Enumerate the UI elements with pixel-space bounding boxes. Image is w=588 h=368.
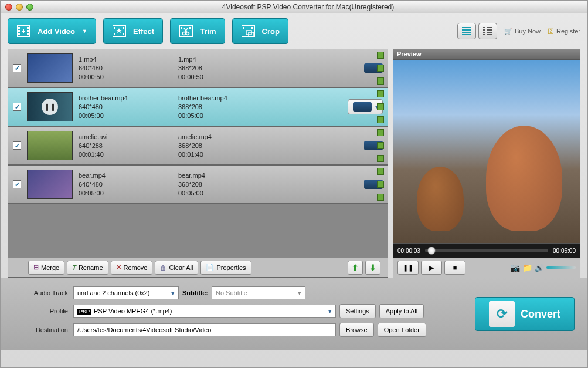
trim-label: Trim xyxy=(200,27,216,36)
file-row[interactable]: ✓❚❚brother bear.mp4640*48000:05:00brothe… xyxy=(8,88,388,127)
output-info: bear.mp4368*20800:05:00 xyxy=(178,171,272,198)
titlebar: 4Videosoft PSP Video Converter for Mac(U… xyxy=(1,1,587,13)
svg-rect-14 xyxy=(189,27,191,29)
output-name: amelie.mp4 xyxy=(178,133,272,141)
output-resolution: 368*208 xyxy=(178,141,272,150)
source-duration: 00:05:00 xyxy=(79,189,172,198)
destination-label: Destination: xyxy=(13,326,70,333)
crop-label: Crop xyxy=(262,27,280,36)
file-thumbnail[interactable] xyxy=(27,53,73,83)
crop-button[interactable]: Crop xyxy=(232,18,288,44)
output-duration: 00:05:00 xyxy=(178,189,272,198)
svg-rect-6 xyxy=(27,33,29,35)
snapshot-button[interactable]: 📷 xyxy=(510,263,520,272)
effect-button[interactable]: Effect xyxy=(103,18,163,44)
move-up-button[interactable]: ⬆ xyxy=(348,261,363,275)
minimize-window-button[interactable] xyxy=(16,4,23,11)
apply-to-all-button[interactable]: Apply to All xyxy=(379,304,424,318)
preview-panel: Preview 00:00:03 00:05:00 ❚❚ ▶ ■ 📷 📁 🔊 xyxy=(393,49,580,278)
open-folder-button[interactable]: Open Folder xyxy=(378,323,426,337)
output-name: brother bear.mp4 xyxy=(178,94,272,103)
convert-icon: ⟳ xyxy=(489,301,515,327)
status-badges xyxy=(377,52,385,85)
file-row[interactable]: ✓1.mp4640*48000:00:501.mp4368*20800:00:5… xyxy=(8,49,388,88)
subtitle-label: Subtitle: xyxy=(182,289,208,296)
volume-icon[interactable]: 🔊 xyxy=(535,264,544,272)
file-checkbox[interactable]: ✓ xyxy=(13,141,21,150)
status-badge xyxy=(377,142,384,149)
remove-button[interactable]: ✕Remove xyxy=(111,261,153,275)
output-duration: 00:00:50 xyxy=(178,73,272,82)
file-row[interactable]: ✓amelie.avi640*28800:01:40amelie.mp4368*… xyxy=(8,127,388,166)
svg-rect-18 xyxy=(243,27,244,29)
buy-now-link[interactable]: 🛒 Buy Now xyxy=(504,28,541,35)
psp-device-icon xyxy=(353,102,372,112)
add-video-icon xyxy=(16,23,33,39)
file-checkbox[interactable]: ✓ xyxy=(13,180,21,188)
register-link[interactable]: ⚿ Register xyxy=(548,28,580,35)
output-name: bear.mp4 xyxy=(178,171,272,180)
merge-icon: ⊞ xyxy=(33,264,39,271)
bottom-panel: Audio Track: und aac 2 channels (0x2)▾ S… xyxy=(1,278,587,350)
source-duration: 00:01:40 xyxy=(79,150,172,159)
preview-content xyxy=(486,126,562,231)
progress-slider[interactable] xyxy=(425,249,548,252)
stop-button[interactable]: ■ xyxy=(444,261,465,275)
content-area: ✓1.mp4640*48000:00:501.mp4368*20800:00:5… xyxy=(1,49,587,278)
view-detail-button[interactable] xyxy=(478,23,497,39)
clear-all-icon: 🗑 xyxy=(160,264,166,271)
output-info: brother bear.mp4368*20800:05:00 xyxy=(178,94,272,120)
audio-track-label: Audio Track: xyxy=(13,289,70,296)
cart-icon: 🛒 xyxy=(504,28,512,35)
source-name: amelie.avi xyxy=(79,133,172,141)
move-down-button[interactable]: ⬇ xyxy=(365,261,380,275)
profile-select[interactable]: PSPPSP Video MPEG4 (*.mp4)▾ xyxy=(73,305,336,318)
view-mode-buttons xyxy=(457,23,497,39)
properties-button[interactable]: 📄Properties xyxy=(200,261,251,275)
play-button[interactable]: ▶ xyxy=(421,261,442,275)
open-snapshot-folder-button[interactable]: 📁 xyxy=(522,263,532,272)
progress-head[interactable] xyxy=(427,247,436,255)
file-thumbnail[interactable] xyxy=(27,131,73,160)
merge-button[interactable]: ⊞Merge xyxy=(28,261,64,275)
pause-button[interactable]: ❚❚ xyxy=(397,261,419,275)
close-window-button[interactable] xyxy=(5,4,12,11)
subtitle-select[interactable]: No Subtitle▾ xyxy=(212,286,305,299)
output-resolution: 368*208 xyxy=(178,180,272,189)
chevron-down-icon: ▾ xyxy=(328,308,332,315)
output-info: 1.mp4368*20800:00:50 xyxy=(178,55,272,82)
file-checkbox[interactable]: ✓ xyxy=(13,103,21,111)
status-badge xyxy=(377,77,384,85)
convert-button[interactable]: ⟳ Convert xyxy=(475,297,575,331)
source-info: bear.mp4640*48000:05:00 xyxy=(79,171,172,198)
add-video-label: Add Video xyxy=(38,27,75,36)
settings-button[interactable]: Settings xyxy=(339,304,376,318)
file-checkbox[interactable]: ✓ xyxy=(13,64,21,72)
source-name: bear.mp4 xyxy=(79,171,172,180)
clear-all-button[interactable]: 🗑Clear All xyxy=(155,261,198,275)
preview-video[interactable] xyxy=(393,59,580,244)
volume-slider[interactable] xyxy=(546,266,576,269)
source-resolution: 640*288 xyxy=(79,141,172,150)
rename-button[interactable]: TRename xyxy=(67,261,108,275)
svg-rect-8 xyxy=(114,27,115,29)
file-thumbnail[interactable]: ❚❚ xyxy=(27,92,73,121)
file-row[interactable]: ✓bear.mp4640*48000:05:00bear.mp4368*2080… xyxy=(8,166,388,204)
audio-track-select[interactable]: und aac 2 channels (0x2)▾ xyxy=(73,286,179,299)
effect-label: Effect xyxy=(133,27,154,36)
status-badge xyxy=(377,103,384,110)
rename-icon: T xyxy=(72,264,76,271)
total-time: 00:05:00 xyxy=(553,248,576,254)
svg-rect-1 xyxy=(18,27,20,29)
browse-button[interactable]: Browse xyxy=(339,323,374,337)
file-thumbnail[interactable] xyxy=(27,170,73,199)
view-list-button[interactable] xyxy=(457,23,476,39)
zoom-window-button[interactable] xyxy=(26,4,33,11)
source-info: amelie.avi640*28800:01:40 xyxy=(79,133,172,159)
trim-button[interactable]: Trim xyxy=(170,18,225,44)
svg-rect-4 xyxy=(27,27,29,29)
destination-field[interactable]: /Users/tes/Documents/4Videosoft Studio/V… xyxy=(73,323,336,336)
status-badge xyxy=(377,116,384,123)
add-video-button[interactable]: Add Video ▼ xyxy=(8,18,96,44)
status-badge xyxy=(377,168,384,175)
